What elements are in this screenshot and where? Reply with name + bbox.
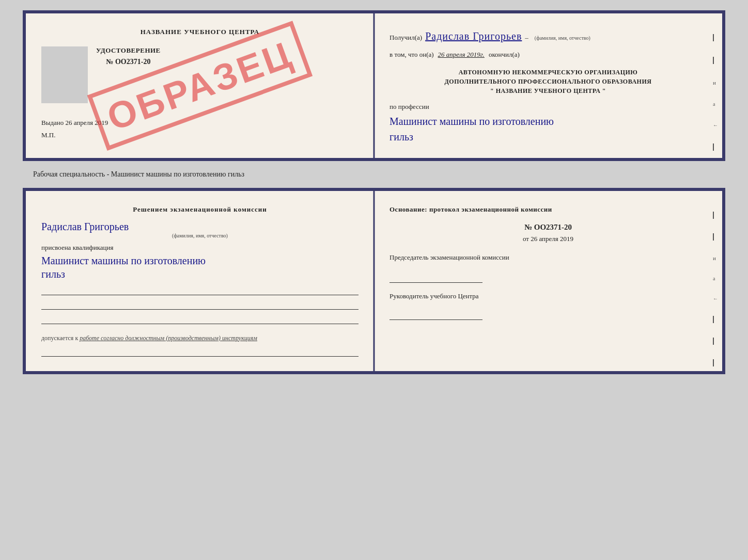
dash-separator: – <box>525 33 528 43</box>
top-right-half: Получил(а) Радислав Григорьев – (фамилия… <box>374 13 722 158</box>
bottom-right-half: Основание: протокол экзаменационной коми… <box>374 191 722 371</box>
fio-subtitle-bottom: (фамилия, имя, отчество) <box>41 233 359 238</box>
udost-text-block: УДОСТОВЕРЕНИЕ № OO2371-20 <box>96 46 161 66</box>
date-prefix: от <box>523 235 529 243</box>
underline-3 <box>41 314 359 324</box>
recipient-name: Радислав Григорьев <box>425 28 522 44</box>
profession-line2: гильз <box>389 130 707 143</box>
bottom-and-mark: и <box>713 255 718 261</box>
underline-4 <box>41 346 359 357</box>
bottom-mark-dash-4 <box>713 338 714 345</box>
bottom-arrow-mark: ← <box>713 296 718 301</box>
dopuskaetsya-block: допускается к работе согласно должностны… <box>41 334 359 342</box>
top-document-card: НАЗВАНИЕ УЧЕБНОГО ЦЕНТРА УДОСТОВЕРЕНИЕ №… <box>23 10 725 161</box>
prisvoena-label: присвоена квалификация <box>41 244 359 252</box>
vtom-label: в том, что он(а) <box>389 50 434 60</box>
protocol-number: № OO2371-20 <box>389 223 707 232</box>
photo-placeholder <box>41 46 88 103</box>
page-wrapper: НАЗВАНИЕ УЧЕБНОГО ЦЕНТРА УДОСТОВЕРЕНИЕ №… <box>10 10 738 374</box>
top-left-title: НАЗВАНИЕ УЧЕБНОГО ЦЕНТРА <box>41 28 359 36</box>
fio-subtitle-top: (фамилия, имя, отчество) <box>535 34 590 42</box>
poluchil-label: Получил(а) <box>389 33 422 43</box>
underline-1 <box>41 285 359 295</box>
right-marks-bottom: и а ← <box>713 212 718 366</box>
profession-line1: Машинист машины по изготовлению <box>389 115 707 128</box>
bottom-italic-a: а <box>713 276 718 281</box>
arrow-mark: ← <box>713 122 718 128</box>
resheniem-title: Решением экзаменационной комиссии <box>41 205 359 214</box>
dopuskaetsya-italic: работе согласно должностным (производств… <box>80 334 257 342</box>
po-professii-label: по профессии <box>389 103 429 110</box>
kvalif-line2: гильз <box>41 267 359 281</box>
mark-dash-2 <box>713 57 714 64</box>
osnovanie-title: Основание: протокол экзаменационной коми… <box>389 205 707 214</box>
mark-dash-1 <box>713 34 714 41</box>
predsedatel-signature-line <box>389 273 482 283</box>
vydano-label: Выдано <box>41 119 64 126</box>
underline-2 <box>41 299 359 310</box>
protocol-date-value: 26 апреля 2019 <box>531 235 573 243</box>
dopuskaetsya-label: допускается к <box>41 334 78 342</box>
vydano-date: 26 апреля 2019 <box>66 119 108 126</box>
mark-dash-3 <box>713 143 714 151</box>
bottom-document-card: Решением экзаменационной комиссии Радисл… <box>23 188 725 374</box>
udostoverenie-number: № OO2371-20 <box>96 58 161 66</box>
poluchil-line: Получил(а) Радислав Григорьев – (фамилия… <box>389 28 707 44</box>
org-name: " НАЗВАНИЕ УЧЕБНОГО ЦЕНТРА " <box>389 86 707 95</box>
org-line1: АВТОНОМНУЮ НЕКОММЕРЧЕСКУЮ ОРГАНИЗАЦИЮ <box>389 68 707 77</box>
rukovoditel-signature-line <box>389 310 482 320</box>
right-top-content: Получил(а) Радислав Григорьев – (фамилия… <box>389 28 707 143</box>
protocol-date: от 26 апреля 2019 <box>389 235 707 243</box>
completion-date: 26 апреля 2019г. <box>438 50 485 60</box>
profession-block: по профессии Машинист машины по изготовл… <box>389 102 707 143</box>
bottom-recipient-name: Радислав Григорьев <box>41 221 129 232</box>
mp-label: М.П. <box>41 131 359 139</box>
kvalif-line1: Машинист машины по изготовлению <box>41 254 359 267</box>
and-mark-1: и <box>713 79 718 86</box>
top-left-half: НАЗВАНИЕ УЧЕБНОГО ЦЕНТРА УДОСТОВЕРЕНИЕ №… <box>26 13 374 158</box>
udostoverenie-block: УДОСТОВЕРЕНИЕ № OO2371-20 <box>41 46 359 103</box>
predsedatel-label: Председатель экзаменационной комиссии <box>389 252 707 263</box>
vydano-line: Выдано 26 апреля 2019 <box>41 119 359 127</box>
org-line2: ДОПОЛНИТЕЛЬНОГО ПРОФЕССИОНАЛЬНОГО ОБРАЗО… <box>389 77 707 86</box>
bottom-left-half: Решением экзаменационной комиссии Радисл… <box>26 191 374 371</box>
bottom-mark-dash-5 <box>713 359 714 366</box>
okonchil-label: окончил(а) <box>489 50 520 60</box>
name-block-bottom: Радислав Григорьев (фамилия, имя, отчест… <box>41 221 359 238</box>
separator-label: Рабочая специальность - Машинист машины … <box>33 170 244 179</box>
right-side-marks: и а ← <box>713 34 718 161</box>
italic-a-mark: а <box>713 101 718 107</box>
bottom-mark-dash-1 <box>713 212 714 219</box>
udostoverenie-label: УДОСТОВЕРЕНИЕ <box>96 46 161 55</box>
rukovoditel-label: Руководитель учебного Центра <box>389 291 707 301</box>
bottom-mark-dash-2 <box>713 233 714 241</box>
bottom-mark-dash-3 <box>713 316 714 323</box>
org-block: АВТОНОМНУЮ НЕКОММЕРЧЕСКУЮ ОРГАНИЗАЦИЮ ДО… <box>389 68 707 95</box>
vtom-line: в том, что он(а) 26 апреля 2019г. окончи… <box>389 50 707 60</box>
